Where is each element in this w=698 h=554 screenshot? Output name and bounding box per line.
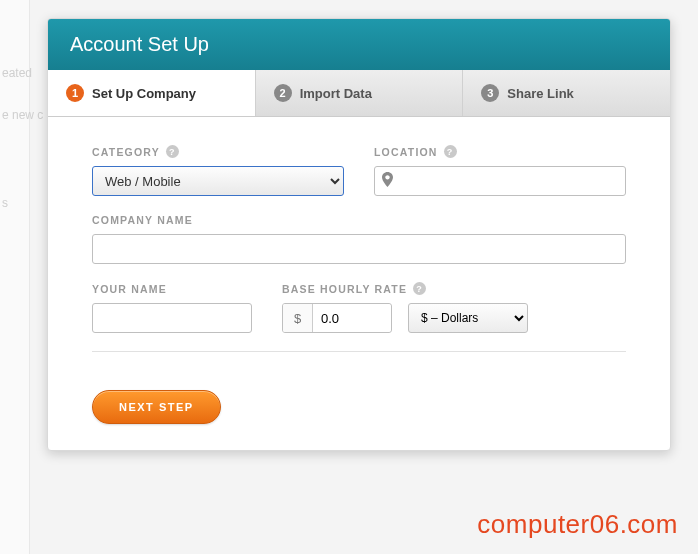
tab-number: 1 bbox=[66, 84, 84, 102]
rate-label: BASE HOURLY RATE ? bbox=[282, 282, 626, 295]
account-setup-modal: Account Set Up 1 Set Up Company 2 Import… bbox=[47, 18, 671, 451]
tab-label: Share Link bbox=[507, 86, 573, 101]
tab-label: Import Data bbox=[300, 86, 372, 101]
your-name-label: YOUR NAME bbox=[92, 283, 252, 295]
tab-number: 2 bbox=[274, 84, 292, 102]
category-label: CATEGORY ? bbox=[92, 145, 344, 158]
bg-text: s bbox=[2, 196, 8, 210]
location-input[interactable] bbox=[374, 166, 626, 196]
category-select[interactable]: Web / Mobile bbox=[92, 166, 344, 196]
location-label: LOCATION ? bbox=[374, 145, 626, 158]
modal-title: Account Set Up bbox=[48, 19, 670, 70]
next-step-button[interactable]: NEXT STEP bbox=[92, 390, 221, 424]
help-icon[interactable]: ? bbox=[166, 145, 179, 158]
modal-footer: NEXT STEP bbox=[48, 370, 670, 450]
bg-text: eated bbox=[2, 66, 32, 80]
tab-share-link[interactable]: 3 Share Link bbox=[463, 70, 670, 116]
your-name-input[interactable] bbox=[92, 303, 252, 333]
help-icon[interactable]: ? bbox=[444, 145, 457, 158]
tab-number: 3 bbox=[481, 84, 499, 102]
divider bbox=[92, 351, 626, 352]
company-name-label: COMPANY NAME bbox=[92, 214, 626, 226]
tab-set-up-company[interactable]: 1 Set Up Company bbox=[48, 70, 256, 116]
company-name-input[interactable] bbox=[92, 234, 626, 264]
currency-select[interactable]: $ – Dollars bbox=[408, 303, 528, 333]
currency-symbol: $ bbox=[283, 304, 313, 332]
rate-input[interactable] bbox=[313, 304, 391, 332]
tab-import-data[interactable]: 2 Import Data bbox=[256, 70, 464, 116]
rate-input-group: $ bbox=[282, 303, 392, 333]
tab-label: Set Up Company bbox=[92, 86, 196, 101]
help-icon[interactable]: ? bbox=[413, 282, 426, 295]
watermark: computer06.com bbox=[477, 509, 678, 540]
form-body: CATEGORY ? Web / Mobile LOCATION ? bbox=[48, 117, 670, 370]
wizard-tabs: 1 Set Up Company 2 Import Data 3 Share L… bbox=[48, 70, 670, 117]
bg-text: e new c bbox=[2, 108, 43, 122]
